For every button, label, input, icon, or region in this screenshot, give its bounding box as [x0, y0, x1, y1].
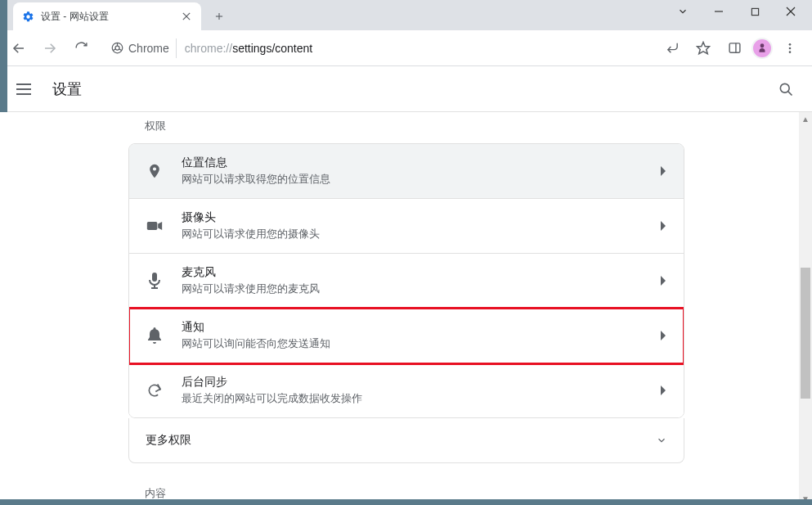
chrome-icon [111, 42, 123, 54]
permission-title: 麦克风 [182, 265, 643, 280]
svg-line-13 [113, 49, 115, 51]
permission-subtitle: 网站可以请求使用您的麦克风 [182, 282, 643, 296]
svg-marker-25 [158, 222, 162, 230]
svg-rect-24 [146, 222, 157, 230]
settings-search-button[interactable] [776, 79, 796, 99]
more-permissions-label: 更多权限 [146, 433, 191, 448]
svg-marker-26 [661, 221, 666, 231]
page-title: 设置 [52, 79, 82, 99]
scrollbar-track[interactable]: ▲ ▼ [799, 112, 812, 505]
permission-row-notifications[interactable]: 通知 网站可以询问能否向您发送通知 [129, 309, 684, 363]
site-chip-label: Chrome [128, 42, 169, 55]
minimize-button[interactable] [712, 5, 725, 18]
gear-icon [21, 10, 34, 23]
location-icon [146, 162, 164, 180]
browser-toolbar: Chrome chrome://settings/content [0, 30, 812, 66]
bell-icon [146, 327, 164, 345]
scroll-up-button[interactable]: ▲ [799, 112, 812, 125]
reload-button[interactable] [67, 34, 95, 62]
svg-point-21 [780, 83, 789, 92]
svg-marker-15 [698, 42, 710, 53]
permission-subtitle: 最近关闭的网站可以完成数据收发操作 [182, 391, 643, 406]
more-permissions-row[interactable]: 更多权限 [128, 418, 684, 463]
permission-title: 后台同步 [182, 375, 643, 390]
svg-marker-31 [661, 331, 666, 340]
scrollbar-thumb[interactable] [801, 268, 810, 399]
settings-header: 设置 [0, 66, 812, 112]
chevron-right-icon [661, 221, 667, 231]
svg-rect-16 [729, 43, 740, 52]
svg-marker-32 [661, 386, 666, 395]
permission-title: 通知 [182, 320, 643, 335]
permission-row-background-sync[interactable]: 后台同步 最近关闭的网站可以完成数据收发操作 [129, 363, 684, 417]
sync-icon [146, 381, 164, 399]
mic-icon [146, 272, 164, 290]
svg-rect-1 [751, 8, 758, 15]
permission-title: 位置信息 [182, 156, 643, 170]
svg-line-14 [119, 49, 121, 51]
back-button[interactable] [5, 34, 33, 62]
url-path: settings/content [232, 42, 312, 55]
url-scheme: chrome:// [185, 42, 232, 55]
permission-title: 摄像头 [182, 210, 643, 225]
permission-row-microphone[interactable]: 麦克风 网站可以请求使用您的麦克风 [129, 254, 684, 309]
tab-title: 设置 - 网站设置 [41, 10, 180, 24]
settings-card: 权限 位置信息 网站可以请求取得您的位置信息 摄像头 [128, 112, 684, 505]
desktop-edge-bottom [0, 499, 812, 505]
camera-icon [146, 217, 164, 235]
permission-row-camera[interactable]: 摄像头 网站可以请求使用您的摄像头 [129, 199, 684, 254]
window-dropdown-icon[interactable] [676, 5, 689, 18]
tab-close-button[interactable] [180, 10, 193, 23]
maximize-button[interactable] [748, 5, 761, 18]
forward-button[interactable] [36, 34, 64, 62]
bookmark-button[interactable] [689, 34, 717, 62]
settings-content: 权限 位置信息 网站可以请求取得您的位置信息 摄像头 [0, 112, 812, 505]
permission-row-location[interactable]: 位置信息 网站可以请求取得您的位置信息 [129, 144, 684, 199]
svg-point-19 [789, 47, 792, 49]
chevron-right-icon [661, 386, 667, 395]
chevron-down-icon [656, 435, 667, 446]
section-permissions-label: 权限 [128, 112, 684, 143]
permission-list: 位置信息 网站可以请求取得您的位置信息 摄像头 网站可以请求使用您的摄像头 [128, 143, 684, 418]
address-bar[interactable]: Chrome chrome://settings/content [105, 38, 648, 58]
svg-marker-23 [661, 166, 666, 176]
side-panel-button[interactable] [720, 34, 748, 62]
svg-point-18 [789, 43, 792, 46]
site-identity-chip[interactable]: Chrome [105, 38, 177, 58]
svg-rect-27 [152, 273, 157, 282]
permission-subtitle: 网站可以请求使用您的摄像头 [182, 227, 643, 241]
browser-tab[interactable]: 设置 - 网站设置 [13, 2, 201, 30]
permission-subtitle: 网站可以请求取得您的位置信息 [182, 172, 643, 187]
profile-avatar[interactable] [751, 38, 773, 59]
chevron-right-icon [661, 276, 667, 286]
svg-point-20 [789, 51, 792, 53]
menu-button[interactable] [16, 79, 36, 99]
chevron-right-icon [661, 166, 667, 176]
svg-marker-30 [661, 276, 666, 286]
chevron-right-icon [661, 331, 667, 340]
close-window-button[interactable] [784, 5, 797, 18]
permission-subtitle: 网站可以询问能否向您发送通知 [182, 336, 643, 351]
svg-line-22 [788, 91, 792, 95]
share-button[interactable] [658, 34, 686, 62]
new-tab-button[interactable] [208, 5, 231, 28]
chrome-menu-button[interactable] [776, 34, 804, 62]
window-controls [676, 0, 812, 16]
